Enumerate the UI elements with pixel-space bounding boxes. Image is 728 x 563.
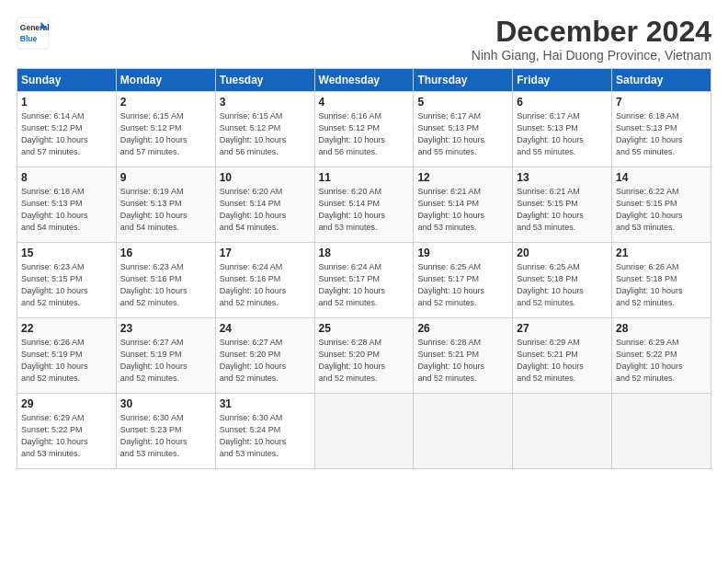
calendar-header-row: Sunday Monday Tuesday Wednesday Thursday… [17,69,711,92]
svg-text:Blue: Blue [20,34,38,43]
header-sunday: Sunday [17,69,117,92]
table-row: 31Sunrise: 6:30 AM Sunset: 5:24 PM Dayli… [215,394,314,469]
day-number: 23 [120,322,211,335]
table-row: 16Sunrise: 6:23 AM Sunset: 5:16 PM Dayli… [116,243,215,318]
table-row [314,394,414,469]
day-number: 25 [319,322,410,335]
header-thursday: Thursday [414,69,513,92]
day-info: Sunrise: 6:28 AM Sunset: 5:20 PM Dayligh… [319,337,410,385]
day-number: 14 [616,171,707,184]
day-info: Sunrise: 6:28 AM Sunset: 5:21 PM Dayligh… [417,337,508,385]
calendar-week-row: 29Sunrise: 6:29 AM Sunset: 5:22 PM Dayli… [17,394,711,469]
day-info: Sunrise: 6:23 AM Sunset: 5:16 PM Dayligh… [120,261,211,309]
table-row: 14Sunrise: 6:22 AM Sunset: 5:15 PM Dayli… [612,167,711,243]
month-title: December 2024 [472,17,711,46]
day-info: Sunrise: 6:15 AM Sunset: 5:12 PM Dayligh… [220,110,311,158]
day-info: Sunrise: 6:14 AM Sunset: 5:12 PM Dayligh… [21,110,112,158]
day-info: Sunrise: 6:23 AM Sunset: 5:15 PM Dayligh… [21,261,112,309]
day-info: Sunrise: 6:29 AM Sunset: 5:22 PM Dayligh… [616,337,707,385]
header-friday: Friday [513,69,612,92]
table-row: 6Sunrise: 6:17 AM Sunset: 5:13 PM Daylig… [513,92,612,167]
day-number: 6 [517,96,608,109]
day-info: Sunrise: 6:21 AM Sunset: 5:14 PM Dayligh… [417,186,508,234]
table-row: 3Sunrise: 6:15 AM Sunset: 5:12 PM Daylig… [215,92,314,167]
table-row: 4Sunrise: 6:16 AM Sunset: 5:12 PM Daylig… [314,92,414,167]
table-row: 15Sunrise: 6:23 AM Sunset: 5:15 PM Dayli… [17,243,117,318]
table-row: 19Sunrise: 6:25 AM Sunset: 5:17 PM Dayli… [414,243,513,318]
table-row: 23Sunrise: 6:27 AM Sunset: 5:19 PM Dayli… [116,318,215,394]
table-row: 13Sunrise: 6:21 AM Sunset: 5:15 PM Dayli… [513,167,612,243]
day-info: Sunrise: 6:19 AM Sunset: 5:13 PM Dayligh… [120,186,211,234]
day-info: Sunrise: 6:20 AM Sunset: 5:14 PM Dayligh… [220,186,311,234]
table-row: 7Sunrise: 6:18 AM Sunset: 5:13 PM Daylig… [612,92,711,167]
table-row: 8Sunrise: 6:18 AM Sunset: 5:13 PM Daylig… [17,167,117,243]
day-number: 17 [220,247,311,259]
day-number: 11 [319,171,410,184]
day-number: 28 [616,322,707,335]
table-row: 10Sunrise: 6:20 AM Sunset: 5:14 PM Dayli… [215,167,314,243]
header-monday: Monday [116,69,215,92]
day-number: 27 [517,322,608,335]
table-row: 28Sunrise: 6:29 AM Sunset: 5:22 PM Dayli… [612,318,711,394]
day-number: 20 [517,247,608,259]
day-info: Sunrise: 6:25 AM Sunset: 5:17 PM Dayligh… [417,261,508,309]
day-info: Sunrise: 6:18 AM Sunset: 5:13 PM Dayligh… [21,186,112,234]
day-info: Sunrise: 6:22 AM Sunset: 5:15 PM Dayligh… [616,186,707,234]
location-subtitle: Ninh Giang, Hai Duong Province, Vietnam [472,48,711,63]
day-info: Sunrise: 6:26 AM Sunset: 5:19 PM Dayligh… [21,337,112,385]
day-number: 21 [616,247,707,259]
header: General Blue December 2024 Ninh Giang, H… [17,17,711,63]
table-row: 9Sunrise: 6:19 AM Sunset: 5:13 PM Daylig… [116,167,215,243]
day-number: 26 [417,322,508,335]
day-info: Sunrise: 6:17 AM Sunset: 5:13 PM Dayligh… [517,110,608,158]
day-number: 12 [417,171,508,184]
day-number: 31 [220,397,311,410]
day-info: Sunrise: 6:24 AM Sunset: 5:17 PM Dayligh… [319,261,410,309]
calendar-week-row: 8Sunrise: 6:18 AM Sunset: 5:13 PM Daylig… [17,167,711,243]
day-number: 24 [220,322,311,335]
day-number: 10 [220,171,311,184]
day-info: Sunrise: 6:17 AM Sunset: 5:13 PM Dayligh… [417,110,508,158]
day-number: 15 [21,247,112,259]
day-number: 29 [21,397,112,410]
day-info: Sunrise: 6:25 AM Sunset: 5:18 PM Dayligh… [517,261,608,309]
table-row: 29Sunrise: 6:29 AM Sunset: 5:22 PM Dayli… [17,394,117,469]
day-number: 2 [120,96,211,109]
table-row [513,394,612,469]
day-info: Sunrise: 6:21 AM Sunset: 5:15 PM Dayligh… [517,186,608,234]
day-number: 22 [21,322,112,335]
header-wednesday: Wednesday [314,69,414,92]
table-row: 25Sunrise: 6:28 AM Sunset: 5:20 PM Dayli… [314,318,414,394]
calendar-week-row: 22Sunrise: 6:26 AM Sunset: 5:19 PM Dayli… [17,318,711,394]
table-row: 1Sunrise: 6:14 AM Sunset: 5:12 PM Daylig… [17,92,117,167]
table-row: 11Sunrise: 6:20 AM Sunset: 5:14 PM Dayli… [314,167,414,243]
table-row: 21Sunrise: 6:26 AM Sunset: 5:18 PM Dayli… [612,243,711,318]
table-row: 20Sunrise: 6:25 AM Sunset: 5:18 PM Dayli… [513,243,612,318]
day-info: Sunrise: 6:26 AM Sunset: 5:18 PM Dayligh… [616,261,707,309]
day-info: Sunrise: 6:27 AM Sunset: 5:20 PM Dayligh… [220,337,311,385]
header-saturday: Saturday [612,69,711,92]
table-row: 18Sunrise: 6:24 AM Sunset: 5:17 PM Dayli… [314,243,414,318]
logo-icon: General Blue [17,17,50,50]
day-number: 18 [319,247,410,259]
day-info: Sunrise: 6:18 AM Sunset: 5:13 PM Dayligh… [616,110,707,158]
day-number: 7 [616,96,707,109]
table-row: 5Sunrise: 6:17 AM Sunset: 5:13 PM Daylig… [414,92,513,167]
table-row: 30Sunrise: 6:30 AM Sunset: 5:23 PM Dayli… [116,394,215,469]
day-number: 19 [417,247,508,259]
day-number: 3 [220,96,311,109]
day-info: Sunrise: 6:27 AM Sunset: 5:19 PM Dayligh… [120,337,211,385]
table-row [414,394,513,469]
calendar-week-row: 1Sunrise: 6:14 AM Sunset: 5:12 PM Daylig… [17,92,711,167]
table-row [612,394,711,469]
day-number: 4 [319,96,410,109]
day-number: 5 [417,96,508,109]
day-number: 9 [120,171,211,184]
calendar-week-row: 15Sunrise: 6:23 AM Sunset: 5:15 PM Dayli… [17,243,711,318]
calendar-page: General Blue December 2024 Ninh Giang, H… [0,0,728,563]
day-info: Sunrise: 6:16 AM Sunset: 5:12 PM Dayligh… [319,110,410,158]
day-number: 1 [21,96,112,109]
table-row: 24Sunrise: 6:27 AM Sunset: 5:20 PM Dayli… [215,318,314,394]
day-number: 16 [120,247,211,259]
table-row: 22Sunrise: 6:26 AM Sunset: 5:19 PM Dayli… [17,318,117,394]
